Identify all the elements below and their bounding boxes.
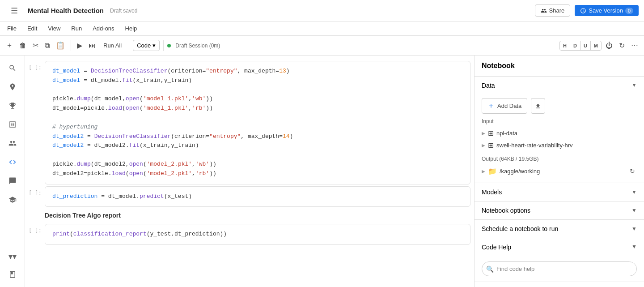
models-section-label: Models <box>482 188 502 196</box>
swell-data-label: swell-heart-rate-variability-hrv <box>496 142 573 149</box>
models-section-chevron: ▼ <box>631 189 637 195</box>
school-icon <box>8 196 17 204</box>
power-button[interactable]: ⏻ <box>603 39 615 52</box>
expand-arrow-npl[interactable]: ▶ <box>482 131 485 136</box>
explore-icon <box>8 83 17 91</box>
text-cell-content: Decision Tree Algo report <box>45 212 121 219</box>
notebook-title: Mental Health Detection <box>28 7 104 14</box>
hum-buttons: H D U M <box>559 41 602 51</box>
expand-arrow-kaggle[interactable]: ▶ <box>482 169 485 174</box>
sidebar-comments-button[interactable] <box>4 172 21 190</box>
cell-wrapper-2: [ ]: dt_prediction = dt_model.predict(x_… <box>25 186 474 207</box>
topbar: ☰ Mental Health Detection Draft saved Sh… <box>0 0 644 21</box>
cell-type-dropdown[interactable]: Code ▾ <box>133 40 160 51</box>
d-button[interactable]: D <box>570 41 580 50</box>
save-version-button[interactable]: Save Version 0 <box>575 5 639 16</box>
cell-wrapper-text: Decision Tree Algo report <box>25 209 474 222</box>
cell-3[interactable]: print(classification_report(y_test,dt_pr… <box>45 224 470 245</box>
toolbar-divider-3 <box>163 40 164 51</box>
menu-help[interactable]: Help <box>123 24 139 33</box>
code-help-section-header[interactable]: Code Help ▲ <box>475 238 644 256</box>
sidebar-code-button[interactable] <box>4 153 21 171</box>
menu-addons[interactable]: Add-ons <box>91 24 116 33</box>
schedule-section-header[interactable]: Schedule a notebook to run ▼ <box>475 220 644 238</box>
main-layout: ▾▾ [ ]: dt_model = DecisionTreeClassifie… <box>0 56 644 287</box>
cell-1[interactable]: dt_model = DecisionTreeClassifier(criter… <box>45 61 470 184</box>
right-panel: Notebook Data ▲ ＋ Add Data Input <box>474 56 644 287</box>
m-button[interactable]: M <box>591 41 601 50</box>
add-data-button[interactable]: ＋ Add Data <box>482 98 527 114</box>
cell-number-3: [ ]: <box>29 224 45 234</box>
save-count: 0 <box>625 8 633 14</box>
draft-session-label: Draft Session (0m) <box>175 43 220 49</box>
sidebar-expand-button[interactable]: ▾▾ <box>4 248 21 266</box>
cell-2[interactable]: dt_prediction = dt_model.predict(x_test) <box>45 186 470 207</box>
cell-wrapper-1: [ ]: dt_model = DecisionTreeClassifier(c… <box>25 61 474 184</box>
data-section-label: Data <box>482 82 495 89</box>
code-help-search-input[interactable] <box>482 261 637 276</box>
u-button[interactable]: U <box>580 41 591 50</box>
right-panel-title: Notebook <box>475 56 644 77</box>
menu-file[interactable]: File <box>5 24 18 33</box>
comment-icon <box>8 177 17 185</box>
menu-view[interactable]: View <box>46 24 62 33</box>
code-help-section-label: Code Help <box>482 244 511 251</box>
plus-icon: ＋ <box>487 101 495 111</box>
menu-run[interactable]: Run <box>69 24 84 33</box>
share-button[interactable]: Share <box>535 4 571 17</box>
sidebar-search-button[interactable] <box>4 59 21 77</box>
run-all-button[interactable]: ⏭ <box>86 39 98 52</box>
run-cell-button[interactable]: ▶ <box>75 39 85 52</box>
users-icon <box>8 139 17 147</box>
delete-cell-button[interactable]: 🗑 <box>17 39 29 52</box>
export-data-button[interactable] <box>531 98 545 114</box>
person-icon <box>541 8 547 14</box>
data-item-swell: ▶ ⊞ swell-heart-rate-variability-hrv <box>482 139 637 151</box>
sidebar-notebook-button[interactable] <box>4 266 21 283</box>
toolbar-divider-1 <box>71 40 71 51</box>
add-cell-button[interactable]: ＋ <box>4 39 15 52</box>
code-icon <box>8 158 17 166</box>
h-button[interactable]: H <box>560 41 570 50</box>
cell-type-label: Code <box>137 42 151 49</box>
cut-cell-button[interactable]: ✂ <box>30 39 41 52</box>
menu-edit[interactable]: Edit <box>25 24 39 33</box>
models-section-header[interactable]: Models ▼ <box>475 183 644 201</box>
data-item-npl: ▶ ⊞ npl-data <box>482 127 637 139</box>
code-help-chevron: ▲ <box>631 244 637 250</box>
kaggle-folder-label: /kaggle/working <box>500 168 540 175</box>
dropdown-arrow-icon: ▾ <box>153 42 156 49</box>
code-help-search-wrapper: 🔍 <box>482 261 637 276</box>
more-options-button[interactable]: ⋯ <box>629 39 640 52</box>
clock-icon <box>580 8 586 14</box>
refresh-folder-button[interactable]: ↻ <box>628 167 637 176</box>
sidebar-users-button[interactable] <box>4 134 21 152</box>
sidebar-school-button[interactable] <box>4 191 21 209</box>
notebook-options-chevron: ▼ <box>631 207 637 214</box>
text-cell: Decision Tree Algo report <box>45 209 470 222</box>
menu-icon[interactable]: ☰ <box>5 2 23 20</box>
run-all-label-button[interactable]: Run All <box>100 40 125 51</box>
paste-cell-button[interactable]: 📋 <box>54 39 67 52</box>
copy-cell-button[interactable]: ⧉ <box>42 39 52 52</box>
data-section-body: ＋ Add Data Input ▶ ⊞ npl-data ▶ ⊞ swel <box>475 94 644 183</box>
sidebar-table-button[interactable] <box>4 116 21 133</box>
cell-number-2: [ ]: <box>29 186 45 196</box>
expand-arrow-swell[interactable]: ▶ <box>482 143 485 148</box>
refresh-button[interactable]: ↻ <box>617 39 627 52</box>
output-label: Output (64KB / 19.5GB) <box>482 156 637 162</box>
sidebar-trophy-button[interactable] <box>4 97 21 115</box>
swell-icon: ⊞ <box>488 141 494 150</box>
upload-icon <box>535 103 541 109</box>
sidebar-bottom: ▾▾ <box>4 248 21 287</box>
schedule-section: Schedule a notebook to run ▼ <box>475 220 644 238</box>
table-icon <box>8 120 17 129</box>
data-section-header[interactable]: Data ▲ <box>475 77 644 94</box>
sidebar-explore-button[interactable] <box>4 78 21 96</box>
folder-item-kaggle: ▶ 📁 /kaggle/working ↻ <box>482 165 637 177</box>
npl-data-label: npl-data <box>496 130 517 137</box>
input-label: Input <box>482 118 637 124</box>
session-status-dot <box>167 44 171 47</box>
notebook-options-header[interactable]: Notebook options ▼ <box>475 201 644 219</box>
code-help-section: Code Help ▲ 🔍 <box>475 238 644 282</box>
